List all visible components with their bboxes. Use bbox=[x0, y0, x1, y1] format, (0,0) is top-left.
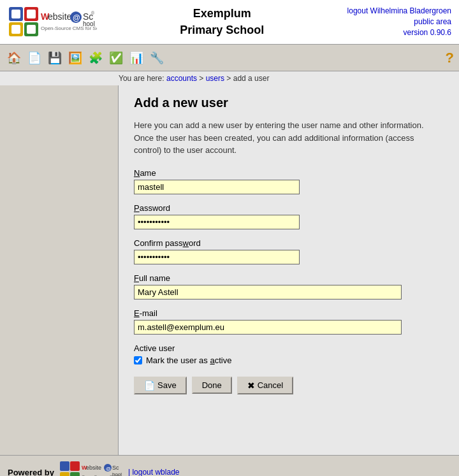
svg-text:@: @ bbox=[106, 466, 111, 472]
toolbar-image-icon[interactable]: 🖼️ bbox=[66, 49, 84, 67]
footer: Powered by W ebsite @ Sc Open-Source CMS… bbox=[0, 455, 459, 476]
toolbar-home-icon[interactable]: 🏠 bbox=[5, 49, 23, 67]
toolbar-page-icon[interactable]: 📄 bbox=[26, 49, 43, 67]
toolbar-settings-icon[interactable]: 🔧 bbox=[148, 49, 166, 67]
toolbar-check-icon[interactable]: ✅ bbox=[107, 49, 125, 67]
breadcrumb: You are here: accounts > users > add a u… bbox=[0, 71, 459, 85]
save-label: Save bbox=[157, 380, 177, 390]
confirm-password-field-group: Confirm password bbox=[134, 238, 440, 264]
svg-rect-5 bbox=[11, 25, 20, 34]
svg-text:Sc: Sc bbox=[112, 465, 119, 471]
password-label-underline: P bbox=[134, 203, 140, 213]
done-button[interactable]: Done bbox=[192, 377, 232, 394]
svg-text:@: @ bbox=[73, 13, 80, 22]
content-area: Add a new user Here you can add a new us… bbox=[119, 85, 459, 455]
toolbar: 🏠 📄 💾 🖼️ 🧩 ✅ 📊 🔧 ? bbox=[0, 45, 459, 71]
footer-logo: W ebsite @ Sc Open-Source CMS hool bbox=[59, 461, 123, 476]
svg-text:ebsite: ebsite bbox=[86, 465, 101, 471]
svg-text:®: ® bbox=[91, 11, 95, 15]
site-title: Exemplum Primary School bbox=[97, 6, 347, 38]
email-label: E-mail bbox=[134, 308, 440, 318]
logo-image: W ebsite @ Sc Open-Source CMS for School… bbox=[8, 6, 97, 39]
main-content: Add a new user Here you can add a new us… bbox=[0, 85, 459, 455]
save-icon: 📄 bbox=[144, 380, 155, 391]
cancel-label: Cancel bbox=[258, 380, 283, 390]
description-text: Here you can add a new user by entering … bbox=[134, 119, 440, 157]
svg-rect-19 bbox=[70, 472, 80, 476]
done-label: Done bbox=[202, 380, 222, 390]
checkbox-row: Mark the user as active bbox=[134, 356, 444, 365]
active-user-section: Active user Mark the user as active bbox=[134, 343, 444, 365]
mark-active-checkbox[interactable] bbox=[134, 356, 142, 364]
svg-text:ebsite: ebsite bbox=[48, 11, 72, 22]
fullname-label: Full name bbox=[134, 273, 440, 283]
svg-rect-18 bbox=[60, 472, 69, 476]
svg-rect-1 bbox=[11, 10, 20, 18]
sidebar bbox=[0, 85, 119, 455]
name-input[interactable] bbox=[134, 180, 300, 194]
logo-area: W ebsite @ Sc Open-Source CMS for School… bbox=[8, 6, 97, 39]
confirm-password-label: Confirm password bbox=[134, 238, 440, 248]
toolbar-chart-icon[interactable]: 📊 bbox=[127, 49, 145, 67]
svg-text:hool: hool bbox=[112, 472, 122, 476]
email-field-group: E-mail bbox=[134, 308, 440, 335]
user-info: logout Wilhelmina Bladergroen public are… bbox=[347, 6, 451, 38]
save-button[interactable]: 📄 Save bbox=[134, 377, 187, 394]
svg-text:hool: hool bbox=[83, 20, 95, 27]
svg-rect-7 bbox=[27, 25, 36, 34]
name-label: Name bbox=[134, 168, 440, 178]
breadcrumb-current: add a user bbox=[233, 74, 270, 83]
footer-powered-text: Powered by bbox=[8, 468, 54, 477]
email-input[interactable] bbox=[134, 320, 402, 335]
svg-rect-17 bbox=[70, 461, 80, 471]
page-heading: Add a new user bbox=[134, 96, 444, 110]
button-row: 📄 Save Done ✖ Cancel bbox=[134, 377, 444, 394]
toolbar-module-icon[interactable]: 🧩 bbox=[87, 49, 105, 67]
svg-rect-3 bbox=[27, 10, 36, 18]
help-icon[interactable]: ? bbox=[446, 50, 454, 66]
toolbar-save-icon[interactable]: 💾 bbox=[46, 49, 64, 67]
svg-rect-16 bbox=[60, 461, 69, 471]
mark-active-label: Mark the user as active bbox=[146, 356, 231, 365]
cancel-icon: ✖ bbox=[247, 380, 255, 391]
name-field-group: Name bbox=[134, 168, 440, 194]
password-input[interactable] bbox=[134, 215, 300, 229]
name-label-underline: N bbox=[134, 168, 140, 178]
header: W ebsite @ Sc Open-Source CMS for School… bbox=[0, 0, 459, 45]
breadcrumb-accounts[interactable]: accounts bbox=[166, 74, 197, 83]
footer-logout-link[interactable]: | logout wblade bbox=[128, 468, 180, 476]
fullname-input[interactable] bbox=[134, 285, 402, 299]
password-label: Password bbox=[134, 203, 440, 213]
confirm-password-input[interactable] bbox=[134, 250, 300, 264]
active-user-label: Active user bbox=[134, 343, 444, 353]
breadcrumb-prefix: You are here: bbox=[119, 74, 164, 83]
fullname-field-group: Full name bbox=[134, 273, 440, 299]
cancel-button[interactable]: ✖ Cancel bbox=[237, 377, 293, 394]
password-field-group: Password bbox=[134, 203, 440, 229]
breadcrumb-users[interactable]: users bbox=[206, 74, 224, 83]
